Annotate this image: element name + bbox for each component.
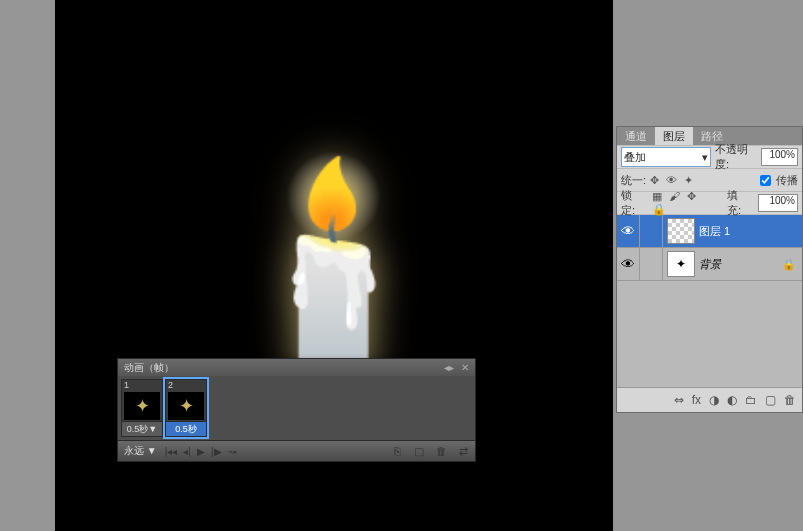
link-layers-button[interactable]: ⇔ [674,393,684,407]
opacity-input[interactable]: 100% [761,148,798,166]
layer-row[interactable]: 👁 ✦ 背景 🔒 [617,248,802,281]
loop-mode-select[interactable]: 永远 ▼ [122,444,159,458]
tween-button[interactable]: ↝ [228,446,236,457]
layer-row[interactable]: 👁 图层 1 [617,215,802,248]
frame-duration[interactable]: 0.5秒▼ [122,421,162,436]
visibility-toggle[interactable]: 👁 [617,215,640,247]
play-button[interactable]: ▶ [197,446,205,457]
animation-panel-header[interactable]: 动画（帧） ◂▸ ✕ [118,359,475,376]
opacity-label: 不透明度: [715,142,757,172]
animation-panel-title: 动画（帧） [124,361,174,375]
blend-mode-select[interactable]: 叠加 ▾ [621,147,711,167]
lock-all-icon[interactable]: 🔒 [652,203,666,215]
layer-list: 👁 图层 1 👁 ✦ 背景 🔒 [617,215,802,387]
lock-icon: 🔒 [782,258,802,271]
first-frame-button[interactable]: |◂◂ [165,446,178,457]
animation-frames-strip: 1 ✦ 0.5秒▼ 2 ✦ 0.5秒 [118,376,475,440]
new-frame-button[interactable]: ▢ [411,444,427,458]
duplicate-frame-button[interactable]: ⎘ [389,444,405,458]
group-button[interactable]: 🗀 [745,393,757,407]
animation-panel: 动画（帧） ◂▸ ✕ 1 ✦ 0.5秒▼ 2 ✦ 0.5秒 永远 ▼ |◂◂ ◂… [117,358,476,462]
frame-number: 2 [166,380,206,391]
fill-input[interactable]: 100% [758,194,798,212]
propagate-checkbox[interactable] [760,175,771,186]
animation-frame[interactable]: 1 ✦ 0.5秒▼ [121,379,163,437]
adjustment-layer-button[interactable]: ◐ [727,393,737,407]
link-column[interactable] [640,215,663,247]
lock-image-icon[interactable]: 🖌 [669,190,680,202]
layers-footer: ⇔ fx ◑ ◐ 🗀 ▢ 🗑 [617,387,802,412]
layer-style-button[interactable]: fx [692,393,701,407]
prev-frame-button[interactable]: ◂| [183,446,191,457]
next-frame-button[interactable]: |▶ [211,446,222,457]
layer-name[interactable]: 背景 [699,257,782,272]
tab-channels[interactable]: 通道 [617,127,655,145]
layer-name[interactable]: 图层 1 [699,224,802,239]
panel-menu-icon[interactable]: ◂▸ [444,362,454,373]
lock-position-icon[interactable]: ✥ [687,190,696,202]
propagate-label: 传播 [776,173,798,188]
frame-duration[interactable]: 0.5秒 [166,421,206,436]
chevron-down-icon: ▾ [702,151,708,164]
frame-thumbnail: ✦ [168,392,204,420]
layers-panel: 通道 图层 路径 叠加 ▾ 不透明度: 100% 统一: ✥ 👁 ✦ 传播 锁定… [616,126,803,413]
delete-frame-button[interactable]: 🗑 [433,444,449,458]
fill-label: 填充: [727,188,752,218]
layer-thumbnail[interactable] [667,218,695,244]
frame-thumbnail: ✦ [124,392,160,420]
unify-label: 统一: [621,173,646,188]
blend-opacity-row: 叠加 ▾ 不透明度: 100% [617,145,802,168]
link-column[interactable] [640,248,663,280]
panel-close-icon[interactable]: ✕ [461,362,469,373]
convert-timeline-button[interactable]: ⇄ [455,444,471,458]
new-layer-button[interactable]: ▢ [765,393,776,407]
frame-number: 1 [122,380,162,391]
delete-layer-button[interactable]: 🗑 [784,393,796,407]
panel-tabs: 通道 图层 路径 [617,127,802,145]
lock-fill-row: 锁定: ▦ 🖌 ✥ 🔒 填充: 100% [617,191,802,215]
unify-visibility-icon[interactable]: 👁 [666,174,677,186]
layer-thumbnail[interactable]: ✦ [667,251,695,277]
unify-position-icon[interactable]: ✥ [650,174,659,186]
animation-footer: 永远 ▼ |◂◂ ◂| ▶ |▶ ↝ ⎘ ▢ 🗑 ⇄ [118,440,475,461]
animation-frame[interactable]: 2 ✦ 0.5秒 [165,379,207,437]
unify-style-icon[interactable]: ✦ [684,174,693,186]
tab-layers[interactable]: 图层 [655,127,693,145]
lock-label: 锁定: [621,188,646,218]
visibility-toggle[interactable]: 👁 [617,248,640,280]
lock-transparent-icon[interactable]: ▦ [652,190,662,202]
layer-mask-button[interactable]: ◑ [709,393,719,407]
